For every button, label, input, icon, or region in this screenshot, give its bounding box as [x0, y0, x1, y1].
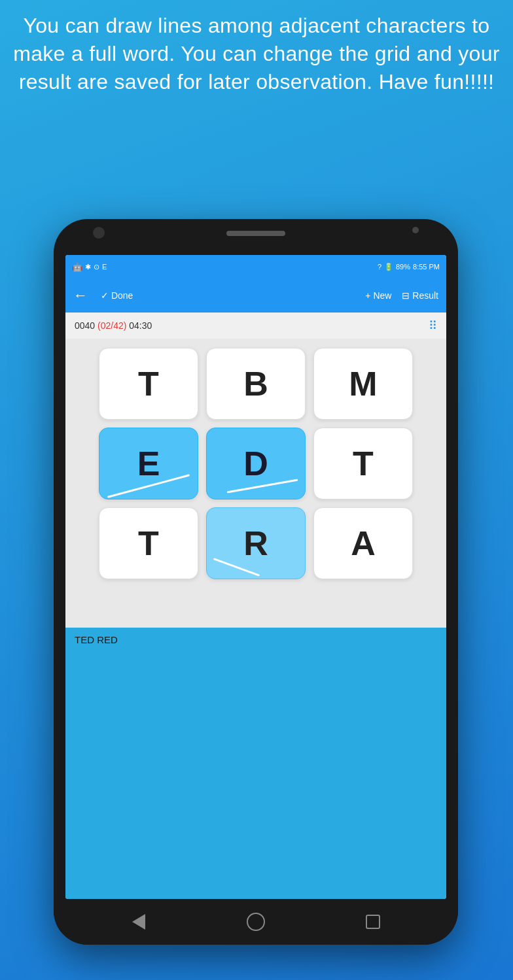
header-description: You can draw lines among adjacent charac…: [13, 12, 500, 97]
cell-2-1[interactable]: R: [206, 507, 306, 579]
phone-bottom-nav: [54, 899, 458, 945]
cell-0-2[interactable]: M: [313, 348, 413, 420]
cell-2-2[interactable]: A: [313, 507, 413, 579]
cell-letter-A: A: [351, 524, 376, 563]
back-button[interactable]: ←: [73, 287, 88, 304]
cell-1-2[interactable]: T: [313, 428, 413, 499]
nav-back-button[interactable]: [127, 910, 150, 934]
app-toolbar: ← ✓ Done + New ⊟ Result: [65, 279, 446, 313]
status-left: 🤖 ✱ ⊙ E: [72, 262, 107, 272]
signal-icon: E: [102, 263, 107, 271]
progress-indicator: (02/42): [97, 320, 126, 331]
new-button[interactable]: + New: [365, 290, 391, 301]
words-found-area: TED RED: [65, 628, 446, 899]
alarm-icon: ⊙: [94, 263, 99, 271]
nav-home-button[interactable]: [244, 910, 268, 934]
phone-speaker: [93, 227, 105, 239]
cell-letter-T1: T: [138, 364, 159, 403]
battery-percent: 89%: [396, 263, 410, 271]
home-nav-icon: [247, 913, 265, 931]
status-right: ? 🔋 89% 8:55 PM: [378, 263, 440, 271]
phone-frame: 🤖 ✱ ⊙ E ? 🔋 89% 8:55 PM ← ✓ Done + New ⊟…: [54, 219, 458, 945]
grid-settings-icon[interactable]: ⠿: [429, 318, 437, 333]
done-button[interactable]: ✓ Done: [101, 290, 133, 301]
result-button[interactable]: ⊟ Result: [402, 290, 438, 301]
puzzle-number: 0040: [75, 320, 95, 331]
cell-letter-T2: T: [353, 444, 374, 483]
battery-icon: 🔋: [384, 263, 393, 271]
cell-0-1[interactable]: B: [206, 348, 306, 420]
cell-1-1[interactable]: D: [206, 428, 306, 499]
back-nav-icon: [132, 914, 145, 930]
grid-row-2: E D T: [76, 428, 436, 499]
info-bar: 0040 (02/42) 04:30 ⠿: [65, 313, 446, 339]
cell-letter-M: M: [349, 364, 377, 403]
phone-sensor: [412, 227, 419, 233]
game-grid-area: T B M E D T: [65, 339, 446, 596]
cell-letter-T3: T: [138, 524, 159, 563]
nav-recent-button[interactable]: [361, 910, 385, 934]
status-bar: 🤖 ✱ ⊙ E ? 🔋 89% 8:55 PM: [65, 255, 446, 279]
lock-icon: ?: [378, 263, 381, 271]
grid-row-3: T R A: [76, 507, 436, 579]
android-icon: 🤖: [72, 262, 82, 272]
cell-2-0[interactable]: T: [99, 507, 198, 579]
cell-letter-B: B: [243, 364, 268, 403]
recent-nav-icon: [366, 915, 380, 929]
bluetooth-icon: ✱: [85, 263, 91, 271]
cell-0-0[interactable]: T: [99, 348, 198, 420]
time-display: 8:55 PM: [413, 263, 440, 271]
cell-letter-D: D: [243, 444, 268, 483]
phone-camera: [226, 231, 285, 236]
cell-1-0[interactable]: E: [99, 428, 198, 499]
grid-row-1: T B M: [76, 348, 436, 420]
phone-screen: 🤖 ✱ ⊙ E ? 🔋 89% 8:55 PM ← ✓ Done + New ⊟…: [65, 255, 446, 899]
cell-letter-R: R: [243, 524, 268, 563]
found-words-list: TED RED: [75, 634, 118, 645]
timer-display: 04:30: [129, 320, 152, 331]
cell-letter-E: E: [137, 444, 160, 483]
